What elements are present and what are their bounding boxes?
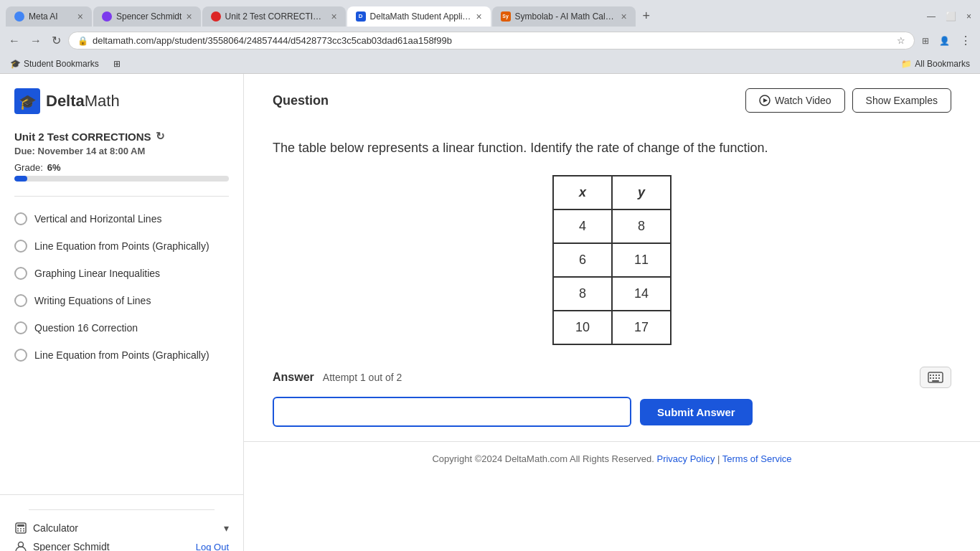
grid-icon-btn[interactable]: ⊞ <box>109 57 125 70</box>
tab-deltamath[interactable]: D DeltaMath Student Applicati... × <box>347 6 491 27</box>
student-bookmarks[interactable]: 🎓 Student Bookmarks <box>6 57 103 70</box>
nav-circle-1 <box>14 240 27 253</box>
tab-close-meta-ai[interactable]: × <box>77 11 83 22</box>
logo: 🎓 DeltaMath <box>14 88 229 114</box>
omnibar-actions: ☆ <box>897 35 905 46</box>
bookmarks-icon: 🎓 <box>10 59 21 69</box>
nav-circle-5 <box>14 349 27 362</box>
user-name: Spencer Schmidt <box>33 541 110 551</box>
nav-circle-2 <box>14 267 27 280</box>
answer-input[interactable] <box>273 397 631 427</box>
progress-fill <box>14 176 27 182</box>
url-display: deltamath.com/app/student/3558064/248574… <box>93 35 892 46</box>
logo-delta: Delta <box>46 92 85 110</box>
table-row: 814 <box>553 277 671 311</box>
tab-title-deltamath: DeltaMath Student Applicati... <box>370 11 472 22</box>
menu-button[interactable]: ⋮ <box>957 31 974 50</box>
sidebar-divider-2 <box>29 509 215 510</box>
refresh-icon[interactable]: ↻ <box>156 130 165 143</box>
data-table-wrapper: x y 486118141017 <box>273 175 951 345</box>
footer-separator-pipe: | <box>717 453 720 464</box>
tab-close-unit2[interactable]: × <box>331 11 336 22</box>
svg-point-4 <box>17 528 19 529</box>
svg-rect-14 <box>930 375 931 376</box>
sidebar-item-line-equation-graphically[interactable]: Line Equation from Points (Graphically) <box>0 232 243 260</box>
table-cell-y-3: 17 <box>612 311 671 344</box>
sidebar-item-line-equation-graphically-2[interactable]: Line Equation from Points (Graphically) <box>0 342 243 369</box>
sidebar: 🎓 DeltaMath Unit 2 Test CORRECTIONS ↻ Du… <box>0 74 244 551</box>
calculator-row[interactable]: Calculator ▾ <box>14 522 229 534</box>
svg-rect-15 <box>933 375 934 376</box>
show-examples-button[interactable]: Show Examples <box>852 88 951 113</box>
table-cell-x-3: 10 <box>553 311 612 344</box>
extensions-button[interactable]: ⊞ <box>919 33 932 49</box>
svg-rect-19 <box>933 377 934 379</box>
sidebar-bottom: Calculator ▾ Spencer Schmidt Log Out <box>0 494 243 551</box>
svg-point-5 <box>20 528 22 529</box>
maximize-button[interactable]: ⬜ <box>943 9 959 24</box>
sidebar-item-graphing-inequalities[interactable]: Graphing Linear Inequalities <box>0 260 243 287</box>
profile-button[interactable]: 👤 <box>936 33 953 49</box>
bookmark-star-icon[interactable]: ☆ <box>897 35 905 46</box>
svg-rect-17 <box>938 375 940 376</box>
svg-point-8 <box>20 530 22 532</box>
logo-text: DeltaMath <box>46 92 120 110</box>
forward-button[interactable]: → <box>27 32 44 50</box>
question-text: The table below represents a linear func… <box>273 138 951 158</box>
tab-favicon-spencer <box>102 11 112 22</box>
tab-unit2-test[interactable]: Unit 2 Test CORRECTIONS × <box>202 6 346 27</box>
keyboard-icon-button[interactable] <box>920 367 951 388</box>
watch-video-label: Watch Video <box>775 95 831 106</box>
play-icon <box>759 95 771 106</box>
terms-of-service-link[interactable]: Terms of Service <box>722 453 792 464</box>
all-bookmarks-label: All Bookmarks <box>915 59 970 69</box>
nav-label-0: Vertical and Horizontal Lines <box>34 213 161 225</box>
table-row: 611 <box>553 243 671 277</box>
tab-close-spencer[interactable]: × <box>186 11 192 22</box>
tab-title-symbolab: Symbolab - AI Math Calculati... <box>515 11 617 22</box>
minimize-button[interactable]: — <box>924 9 938 24</box>
submit-answer-button[interactable]: Submit Answer <box>640 399 753 425</box>
reload-button[interactable]: ↻ <box>49 31 64 50</box>
svg-rect-3 <box>17 524 24 527</box>
answer-section: Answer Attempt 1 out of 2 <box>273 367 951 427</box>
nav-circle-3 <box>14 294 27 307</box>
svg-point-6 <box>23 528 24 529</box>
sidebar-item-writing-equations[interactable]: Writing Equations of Lines <box>0 287 243 314</box>
address-bar[interactable]: 🔒 deltamath.com/app/student/3558064/2485… <box>68 32 915 50</box>
svg-rect-20 <box>936 377 937 379</box>
tab-close-deltamath[interactable]: × <box>476 11 481 22</box>
nav-label-3: Writing Equations of Lines <box>34 295 151 306</box>
question-label: Question <box>273 93 329 108</box>
tab-title-spencer: Spencer Schmidt <box>116 11 182 22</box>
sidebar-divider-1 <box>14 196 229 197</box>
data-table: x y 486118141017 <box>552 175 672 345</box>
tab-spencer-schmidt[interactable]: Spencer Schmidt × <box>93 6 201 27</box>
sidebar-nav: Vertical and Horizontal Lines Line Equat… <box>0 202 243 372</box>
secure-icon: 🔒 <box>77 36 88 46</box>
table-cell-x-2: 8 <box>553 277 612 311</box>
sidebar-item-question16[interactable]: Question 16 Correction <box>0 314 243 342</box>
close-window-button[interactable]: × <box>963 9 974 24</box>
privacy-policy-link[interactable]: Privacy Policy <box>656 453 715 464</box>
watch-video-button[interactable]: Watch Video <box>745 88 845 113</box>
progress-bar <box>14 176 229 182</box>
window-controls: — ⬜ × <box>924 9 974 24</box>
tab-meta-ai[interactable]: Meta AI × <box>6 6 92 27</box>
all-bookmarks[interactable]: 📁 All Bookmarks <box>897 57 974 70</box>
tab-close-symbolab[interactable]: × <box>621 11 626 22</box>
back-button[interactable]: ← <box>6 32 23 50</box>
due-label: Due: <box>14 146 35 156</box>
sidebar-item-vertical-lines[interactable]: Vertical and Horizontal Lines <box>0 205 243 232</box>
copyright-text: Copyright ©2024 DeltaMath.com All Rights… <box>432 453 654 464</box>
question-header: Question Watch Video Show Examples <box>273 88 951 124</box>
tab-symbolab[interactable]: Sy Symbolab - AI Math Calculati... × <box>492 6 636 27</box>
calculator-expand-icon: ▾ <box>224 522 229 534</box>
attempt-text: Attempt 1 out of 2 <box>323 372 402 383</box>
new-tab-button[interactable]: + <box>637 6 656 27</box>
tab-favicon-deltamath: D <box>356 11 366 22</box>
tab-title-meta-ai: Meta AI <box>29 11 58 22</box>
main-content: Question Watch Video Show Examples The t… <box>244 74 980 551</box>
logout-button[interactable]: Log Out <box>196 542 229 552</box>
col-header-x: x <box>553 176 612 209</box>
